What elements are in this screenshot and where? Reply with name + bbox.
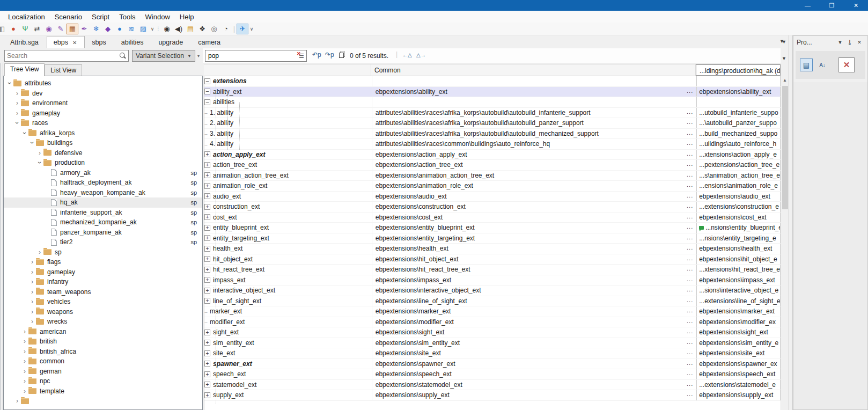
capture-target-icon[interactable]: ◉ — [161, 24, 173, 34]
group-separator[interactable]: | — [232, 24, 237, 34]
scrollbar-thumb[interactable] — [782, 86, 788, 209]
grid-row[interactable]: spawner_ext ebpextensions\spawner_ext ..… — [204, 359, 781, 370]
grid-row[interactable]: 1. ability attributes\abilities\races\af… — [204, 108, 781, 119]
clear-filter-icon[interactable]: ☰✕ — [297, 52, 306, 60]
tree-expander-icon[interactable] — [43, 218, 51, 226]
ellipsis-button[interactable]: ... — [686, 265, 694, 274]
document-tab[interactable]: Attrib.sga — [3, 36, 47, 48]
sort-az-icon[interactable]: A↓ — [816, 58, 829, 71]
grid-row[interactable]: entity_blueprint_ext ebpextensions\entit… — [204, 223, 781, 233]
tree-item[interactable]: gameplay — [4, 267, 202, 277]
delete-property-button[interactable]: ✕ — [838, 57, 855, 72]
ellipsis-button[interactable]: ... — [686, 318, 694, 326]
tree-expander-icon[interactable] — [28, 139, 36, 147]
grid-row[interactable]: action_tree_ext ebpextensions\action_tre… — [204, 160, 781, 171]
tree-item[interactable]: wrecks — [4, 317, 202, 327]
row-expander-icon[interactable] — [204, 214, 210, 220]
key-tool-icon[interactable]: ✒ — [78, 24, 90, 34]
foliage-icon[interactable]: Ψ — [19, 24, 31, 34]
row-expander-icon[interactable] — [204, 193, 210, 199]
tree-expander-icon[interactable] — [28, 318, 36, 325]
grid-row[interactable]: animation_action_tree_ext ebpextensions\… — [204, 171, 781, 181]
row-expander-icon[interactable] — [204, 162, 210, 168]
tree-item[interactable]: hq_ak sp — [4, 197, 202, 208]
row-expander-icon[interactable] — [204, 298, 210, 304]
ellipsis-button[interactable]: ... — [686, 140, 694, 148]
tree-item[interactable]: environment — [4, 98, 202, 108]
grid-header-common[interactable]: Common — [371, 64, 696, 76]
tree-expander-icon[interactable] — [28, 288, 36, 296]
tree-item[interactable]: defensive — [4, 148, 202, 158]
variant-selection-dropdown[interactable]: Variant Selection ▼ — [132, 50, 195, 62]
ellipsis-button[interactable]: ... — [686, 276, 694, 284]
row-expander-icon[interactable] — [204, 309, 207, 314]
copy-results-icon[interactable] — [339, 53, 344, 58]
ellipsis-button[interactable]: ... — [686, 129, 694, 138]
row-expander-icon[interactable] — [204, 225, 210, 231]
tree-item[interactable]: production — [4, 158, 202, 168]
tree-item[interactable]: vehicles — [4, 297, 202, 307]
grid-row[interactable]: supply_ext ebpextensions\supply_ext ... … — [204, 390, 781, 401]
tree-item[interactable]: infantry — [4, 277, 202, 287]
tree-expander-icon[interactable] — [21, 338, 28, 345]
restore-button[interactable]: ❐ — [820, 0, 844, 11]
tree-item[interactable]: tier2 sp — [4, 237, 202, 247]
ellipsis-button[interactable]: ... — [686, 328, 694, 336]
paint-clear-icon[interactable]: ▨ — [137, 24, 149, 34]
grid-row[interactable]: health_ext ebpextensions\health_ext ... … — [204, 244, 781, 254]
edit-square-icon[interactable]: ✎ — [55, 24, 67, 34]
grid-row[interactable]: sight_ext ebpextensions\sight_ext ... eb… — [204, 327, 781, 338]
tree-item[interactable]: weapons — [4, 307, 202, 317]
grid-row[interactable]: hit_react_tree_ext ebpextensions\hit_rea… — [204, 265, 781, 275]
ellipsis-button[interactable]: ... — [686, 150, 694, 159]
grid-row[interactable]: 2. ability attributes\abilities\races\af… — [204, 118, 781, 129]
tree-expander-icon[interactable] — [21, 129, 28, 137]
panel-menu-icon[interactable]: ▼ — [835, 40, 845, 45]
tree-expander-icon[interactable] — [43, 238, 51, 246]
search-icon[interactable] — [119, 52, 126, 60]
grid-row[interactable]: modifier_ext ebpextensions\modifier_ext … — [204, 317, 781, 328]
minimize-button[interactable]: — — [796, 0, 820, 11]
row-expander-icon[interactable] — [204, 246, 210, 252]
menu-item[interactable]: Window — [141, 11, 175, 23]
tree-expander-icon[interactable] — [13, 397, 21, 405]
grid-row[interactable]: statemodel_ext ebpextensions\statemodel_… — [204, 380, 781, 391]
tree-item[interactable]: gameplay — [4, 108, 202, 119]
tree-item[interactable]: attributes — [4, 78, 202, 89]
grid-row[interactable]: hit_object_ext ebpextensions\hit_object_… — [204, 254, 781, 265]
tree-item[interactable]: british_africa — [4, 347, 202, 357]
grid-row[interactable]: action_apply_ext ebpextensions\action_ap… — [204, 150, 781, 160]
grid-header-entity-path[interactable]: ...ldings\production\hq_ak (de — [696, 64, 781, 76]
row-expander-icon[interactable] — [204, 99, 210, 105]
scroll-up-icon[interactable]: ▲ — [781, 76, 789, 84]
tree-expander-icon[interactable] — [13, 99, 21, 107]
tree-item[interactable]: npc — [4, 376, 202, 386]
grid-row[interactable]: construction_ext ebpextensions\construct… — [204, 202, 781, 213]
tree-expander-icon[interactable] — [13, 90, 21, 97]
tree-item[interactable]: halftrack_deployment_ak sp — [4, 178, 202, 188]
tree-item[interactable]: american — [4, 327, 202, 337]
grid-filter-input[interactable] — [205, 52, 297, 60]
color-blobs-icon[interactable]: ● — [8, 24, 19, 34]
ellipsis-button[interactable]: ... — [686, 255, 694, 263]
tree-expander-icon[interactable] — [43, 179, 51, 186]
tree-expander-icon[interactable] — [43, 209, 51, 216]
ellipsis-button[interactable]: ... — [686, 380, 694, 389]
snowflake-icon[interactable]: ❄ — [90, 24, 102, 34]
row-expander-icon[interactable] — [204, 330, 210, 335]
swap-arrows-icon[interactable]: ⇄ — [31, 24, 43, 34]
close-button[interactable]: ✕ — [844, 0, 868, 11]
row-expander-icon[interactable] — [204, 350, 210, 356]
tree-expander-icon[interactable] — [28, 308, 36, 316]
grid-row[interactable]: interactive_object_ext ebpextensions\int… — [204, 285, 781, 296]
tree-expander-icon[interactable] — [6, 79, 13, 87]
grid-row[interactable]: 3. ability attributes\abilities\races\af… — [204, 129, 781, 140]
tree-expander-icon[interactable] — [28, 258, 36, 266]
tree-expander-icon[interactable] — [36, 159, 43, 166]
tree-item[interactable]: team_weapons — [4, 287, 202, 297]
row-expander-icon[interactable] — [204, 267, 210, 273]
panel-splitter[interactable] — [789, 35, 793, 410]
row-expander-icon[interactable] — [204, 392, 210, 398]
pin-icon[interactable]: ⊸ — [845, 39, 855, 46]
ellipsis-button[interactable]: ... — [686, 286, 694, 295]
